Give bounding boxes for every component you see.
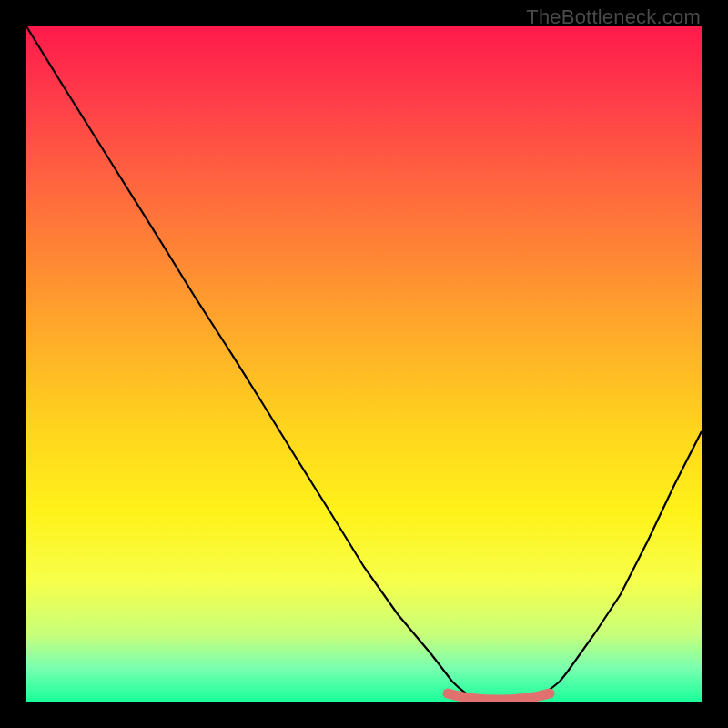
plot-area [26,26,702,702]
chart-frame: TheBottleneck.com [0,0,728,728]
curve-layer [26,26,702,702]
credit-label: TheBottleneck.com [526,5,701,29]
bottleneck-curve [26,26,702,700]
flat-highlight [448,693,550,700]
